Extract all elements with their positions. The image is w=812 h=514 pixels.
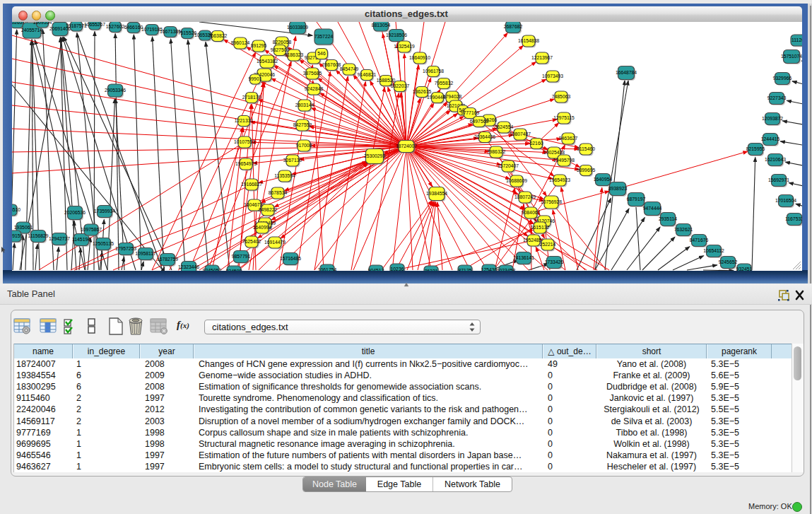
svg-text:1023458: 1023458: [497, 268, 516, 271]
svg-text:1935061: 1935061: [14, 225, 33, 230]
svg-text:9115460: 9115460: [577, 146, 595, 151]
svg-text:904512: 904512: [368, 268, 384, 271]
svg-text:16782759: 16782759: [157, 257, 178, 262]
svg-text:12505135: 12505135: [93, 241, 114, 246]
svg-text:12093872: 12093872: [762, 116, 783, 121]
svg-text:10236: 10236: [391, 267, 404, 271]
svg-text:9329966: 9329966: [773, 76, 792, 81]
svg-text:9827508: 9827508: [271, 47, 290, 52]
svg-text:18807249: 18807249: [514, 194, 536, 199]
svg-text:8215955: 8215955: [746, 146, 765, 151]
svg-text:9463627: 9463627: [559, 136, 578, 141]
svg-text:8938923: 8938923: [608, 186, 628, 191]
svg-text:19218506: 19218506: [386, 33, 407, 37]
svg-text:10025438: 10025438: [543, 150, 565, 155]
svg-text:11126: 11126: [792, 37, 802, 42]
svg-text:10807487: 10807487: [510, 132, 531, 136]
svg-text:917008: 917008: [296, 143, 312, 148]
svg-text:26206510: 26206510: [12, 207, 20, 212]
svg-text:18724007: 18724007: [396, 144, 417, 148]
svg-text:1221331: 1221331: [235, 118, 254, 123]
svg-text:3267130: 3267130: [283, 158, 302, 163]
svg-text:932451: 932451: [736, 267, 753, 271]
svg-text:9245052: 9245052: [203, 268, 222, 271]
svg-text:10756928: 10756928: [541, 199, 562, 204]
svg-text:10975867: 10975867: [81, 227, 102, 232]
svg-text:9227343: 9227343: [767, 95, 787, 100]
svg-text:891295: 891295: [251, 43, 267, 48]
svg-text:6466160: 6466160: [124, 25, 143, 30]
svg-text:9245652: 9245652: [719, 259, 738, 264]
svg-text:19384554: 19384554: [426, 191, 447, 196]
svg-text:19166827: 19166827: [241, 182, 262, 187]
svg-text:1527602: 1527602: [106, 24, 125, 29]
svg-text:16210643: 16210643: [765, 157, 786, 162]
svg-text:20364436: 20364436: [474, 134, 495, 139]
svg-text:8678534: 8678534: [269, 190, 288, 195]
svg-text:8427552: 8427552: [293, 122, 312, 127]
svg-text:14136141: 14136141: [513, 255, 534, 260]
svg-text:3498222: 3498222: [259, 207, 278, 212]
svg-text:7955812: 7955812: [435, 81, 454, 86]
svg-text:8813054: 8813054: [372, 23, 391, 28]
svg-text:7986322: 7986322: [487, 149, 506, 154]
svg-text:99901: 99901: [249, 76, 262, 81]
svg-text:1061754: 1061754: [318, 267, 337, 271]
svg-text:11353594: 11353594: [274, 173, 295, 178]
svg-text:10958117: 10958117: [135, 251, 156, 256]
svg-text:15751074: 15751074: [781, 54, 802, 59]
svg-text:8226058: 8226058: [273, 40, 292, 45]
svg-text:3624554: 3624554: [495, 124, 514, 129]
svg-text:6497568: 6497568: [470, 119, 489, 124]
svg-text:87125: 87125: [459, 268, 472, 271]
svg-text:12213967: 12213967: [531, 55, 553, 60]
svg-text:11156829: 11156829: [28, 233, 48, 238]
svg-text:15692971: 15692971: [768, 177, 789, 182]
svg-text:16543382: 16543382: [257, 59, 278, 64]
svg-text:9857791: 9857791: [232, 254, 251, 259]
svg-text:125436: 125436: [481, 267, 498, 271]
svg-text:1640994: 1640994: [253, 225, 272, 230]
svg-text:3875685: 3875685: [303, 71, 322, 76]
svg-text:62160: 62160: [530, 141, 543, 146]
svg-text:9474444: 9474444: [643, 206, 662, 211]
svg-text:19495798: 19495798: [553, 158, 575, 163]
svg-text:2935114: 2935114: [659, 216, 677, 221]
svg-text:7357224: 7357224: [314, 34, 334, 39]
svg-text:1588520: 1588520: [377, 78, 396, 83]
svg-text:10961758: 10961758: [423, 69, 444, 74]
svg-text:19654923: 19654923: [549, 177, 570, 182]
svg-text:8960124: 8960124: [231, 40, 250, 45]
svg-text:17359934: 17359934: [94, 209, 115, 214]
svg-text:12975115: 12975115: [553, 115, 575, 120]
svg-text:20206536: 20206536: [64, 210, 86, 215]
svg-text:16033809: 16033809: [287, 25, 308, 30]
svg-text:824509: 824509: [226, 269, 242, 271]
svg-text:11325419: 11325419: [394, 44, 415, 49]
svg-text:17957253: 17957253: [115, 246, 136, 251]
svg-text:9242848: 9242848: [305, 86, 324, 91]
svg-text:1509554: 1509554: [33, 22, 52, 25]
svg-text:1640954: 1640954: [594, 177, 613, 182]
svg-text:16648784: 16648784: [616, 70, 637, 75]
svg-text:9146821: 9146821: [358, 72, 377, 77]
svg-text:7485063: 7485063: [552, 94, 571, 99]
svg-text:1244415: 1244415: [761, 136, 780, 141]
svg-text:8454749: 8454749: [340, 66, 359, 71]
svg-text:17016504: 17016504: [775, 198, 796, 203]
svg-text:7663822: 7663822: [208, 33, 228, 38]
svg-text:10107553: 10107553: [234, 139, 255, 144]
svg-text:1362615: 1362615: [413, 89, 432, 94]
svg-text:16154838: 16154838: [518, 38, 539, 43]
svg-text:10973493: 10973493: [542, 74, 563, 78]
svg-text:7625402: 7625402: [242, 239, 261, 244]
svg-text:76231: 76231: [425, 269, 438, 271]
svg-text:10688609: 10688609: [506, 178, 527, 183]
svg-text:19654973: 19654973: [235, 161, 257, 166]
svg-text:1167533: 1167533: [785, 216, 802, 221]
svg-text:18640910: 18640910: [409, 55, 430, 60]
svg-text:16914479: 16914479: [264, 240, 286, 245]
svg-text:2718170: 2718170: [242, 95, 261, 100]
svg-text:9084067: 9084067: [522, 210, 541, 215]
svg-text:546: 546: [317, 51, 326, 56]
